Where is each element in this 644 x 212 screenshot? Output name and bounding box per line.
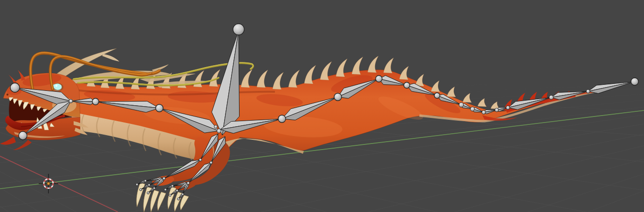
joint-sphere[interactable] [199,158,202,161]
joint-sphere[interactable] [334,93,342,101]
joint-sphere[interactable] [182,193,184,196]
joint-sphere[interactable] [147,192,150,194]
joint-sphere[interactable] [210,161,212,164]
blender-3d-viewport[interactable] [0,0,644,212]
joint-sphere[interactable] [156,104,163,112]
joint-sphere[interactable] [10,83,20,92]
joint-sphere[interactable] [376,75,382,82]
joint-sphere[interactable] [631,78,638,85]
joint-sphere[interactable] [144,180,147,182]
joint-sphere[interactable] [92,98,99,105]
joint-sphere[interactable] [482,110,486,114]
joint-sphere[interactable] [140,189,142,191]
joint-sphere[interactable] [233,24,244,35]
joint-sphere[interactable] [136,184,138,186]
joint-sphere[interactable] [471,107,475,111]
joint-sphere[interactable] [176,190,178,192]
joint-sphere[interactable] [549,96,554,100]
joint-sphere[interactable] [163,177,165,180]
joint-sphere[interactable] [187,182,190,185]
joint-sphere[interactable] [19,131,27,140]
joint-sphere[interactable] [278,115,286,123]
joint-sphere[interactable] [434,93,440,98]
joint-sphere[interactable] [164,189,167,191]
nostril [7,94,8,96]
joint-sphere[interactable] [495,108,499,112]
joint-sphere[interactable] [153,187,156,190]
joint-sphere[interactable] [404,82,410,89]
joint-sphere[interactable] [178,198,180,200]
viewport-stage [0,0,644,212]
eye-glint [55,85,58,87]
joint-sphere[interactable] [169,194,171,197]
cursor-center-dot [47,182,50,185]
joint-sphere[interactable] [506,106,510,109]
joint-sphere[interactable] [217,129,221,133]
joint-sphere[interactable] [69,99,73,103]
joint-sphere[interactable] [586,89,590,93]
joint-sphere[interactable] [214,125,218,129]
joint-sphere[interactable] [171,185,174,187]
joint-sphere[interactable] [459,103,464,107]
joint-sphere[interactable] [148,184,151,186]
